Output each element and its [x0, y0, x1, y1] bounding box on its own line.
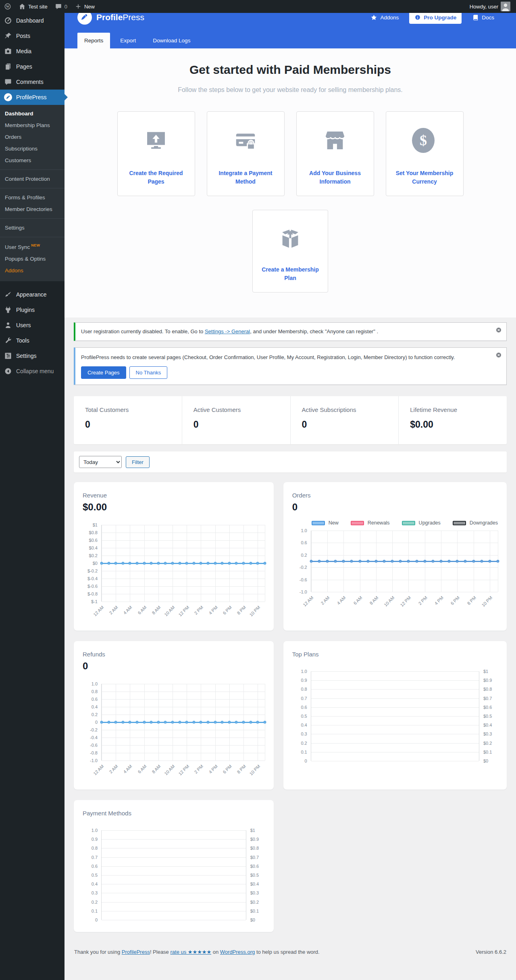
submenu-item-dashboard[interactable]: Dashboard — [0, 108, 64, 119]
data-point-marker — [358, 560, 361, 563]
sidebar-item-profilepress[interactable]: ProfilePress — [0, 90, 64, 105]
tab-reports[interactable]: Reports — [77, 33, 110, 48]
sidebar-item-label: Posts — [16, 33, 30, 39]
new-content-menu[interactable]: New — [75, 3, 95, 10]
legend-item-upgrades[interactable]: Upgrades — [402, 520, 441, 526]
legend-item-renewals[interactable]: Renewals — [351, 520, 390, 526]
y-tick-label: 0.6 — [92, 697, 98, 702]
stat-label: Active Subscriptions — [302, 406, 399, 413]
pro-upgrade-label: Pro Upgrade — [424, 15, 456, 21]
sidebar-item-users[interactable]: Users — [0, 318, 64, 333]
submenu-item-addons[interactable]: Addons — [0, 265, 64, 276]
profilepress-submenu: DashboardMembership PlansOrdersSubscript… — [0, 105, 64, 281]
tab-download-logs[interactable]: Download Logs — [146, 33, 197, 48]
sidebar-item-dashboard[interactable]: Dashboard — [0, 13, 64, 28]
submenu-item-membership-plans[interactable]: Membership Plans — [0, 119, 64, 131]
comments-shortcut[interactable]: 0 — [55, 3, 67, 10]
no-thanks-button[interactable]: No Thanks — [129, 366, 168, 379]
profilepress-footer-link[interactable]: ProfilePress — [122, 949, 150, 955]
data-point-marker — [192, 721, 195, 724]
setup-card-label: Add Your Business Information — [304, 169, 366, 186]
create-pages-button[interactable]: Create Pages — [81, 366, 126, 379]
dismiss-icon[interactable] — [495, 351, 502, 359]
setup-card-add-your-business-information[interactable]: Add Your Business Information — [296, 111, 374, 196]
submenu-item-member-directories[interactable]: Member Directories — [0, 203, 64, 215]
x-tick-label: 6 AM — [137, 605, 147, 615]
sidebar-item-label: Comments — [16, 79, 44, 85]
data-point-marker — [214, 721, 216, 724]
sidebar-item-media[interactable]: Media — [0, 44, 64, 59]
x-tick-label: 6 PM — [450, 595, 461, 606]
y-tick-label: 0.8 — [92, 689, 98, 694]
sidebar-item-comments[interactable]: Comments — [0, 74, 64, 90]
reports-area: User registration currently disabled. To… — [64, 318, 516, 963]
submenu-item-popups-optins[interactable]: Popups & Optins — [0, 253, 64, 265]
gridline-horizontal — [102, 866, 246, 867]
data-point-marker — [164, 721, 167, 724]
sidebar-item-plugins[interactable]: Plugins — [0, 302, 64, 318]
site-name-link[interactable]: Test site — [19, 3, 48, 10]
gridline-horizontal — [311, 734, 479, 734]
settings-general-link[interactable]: Settings -> General — [205, 328, 250, 334]
submenu-item-orders[interactable]: Orders — [0, 131, 64, 143]
setup-card-create-a-membership-plan[interactable]: Create a Membership Plan — [252, 210, 328, 293]
setup-card-integrate-a-payment-method[interactable]: Integrate a Payment Method — [207, 111, 285, 196]
gridline-horizontal — [102, 540, 265, 541]
submenu-item-forms-profiles[interactable]: Forms & Profiles — [0, 192, 64, 203]
footer-text-mid2: on — [211, 949, 220, 955]
dismiss-icon[interactable] — [495, 326, 502, 334]
account-menu[interactable]: Howdy, user — [470, 2, 510, 11]
gridline-horizontal — [311, 761, 479, 761]
filter-button[interactable]: Filter — [126, 456, 150, 468]
submenu-item-user-sync[interactable]: User SyncNEW — [0, 240, 64, 253]
tab-export[interactable]: Export — [113, 33, 143, 48]
legend-item-downgrades[interactable]: Downgrades — [453, 520, 498, 526]
legend-item-new[interactable]: New — [312, 520, 339, 526]
y-tick-label: 0.4 — [301, 723, 307, 727]
sidebar-item-settings[interactable]: Settings — [0, 348, 64, 364]
gridline-horizontal — [102, 753, 265, 753]
submenu-item-label: Customers — [5, 157, 31, 163]
new-label: New — [84, 4, 95, 10]
y-tick-label: $1 — [250, 828, 255, 833]
submenu-item-customers[interactable]: Customers — [0, 155, 64, 166]
refunds-chart-card: Refunds01.00.80.60.40.20-0.2-0.4-0.6-0.8… — [74, 641, 274, 790]
date-range-select[interactable]: Today — [79, 456, 122, 468]
y-tick-label: $-0.4 — [87, 576, 98, 581]
data-point-marker — [150, 721, 153, 724]
gridline-horizontal — [102, 699, 265, 700]
data-point-marker — [472, 560, 475, 563]
x-tick-label: 4 PM — [208, 764, 218, 775]
sidebar-item-posts[interactable]: Posts — [0, 28, 64, 44]
zero-value-line — [102, 722, 265, 723]
wordpress-logo-menu[interactable]: W — [4, 3, 11, 10]
submenu-item-subscriptions[interactable]: Subscriptions — [0, 143, 64, 155]
chart-header: Revenue$0.00 — [83, 492, 265, 513]
data-point-marker — [439, 560, 442, 563]
gridline-horizontal — [102, 586, 265, 587]
legend-label: New — [329, 520, 339, 526]
sidebar-item-label: Pages — [16, 63, 32, 70]
y-tick-label: $0.7 — [483, 696, 492, 701]
setup-card-set-your-membership-currency[interactable]: $Set Your Membership Currency — [386, 111, 464, 196]
plot-area — [311, 531, 498, 592]
data-point-marker — [192, 562, 195, 565]
gridline-horizontal — [102, 857, 246, 858]
submenu-item-label: Addons — [5, 267, 23, 274]
y-tick-label: $-0.8 — [87, 591, 98, 596]
rate-us-link[interactable]: rate us ★★★★★ — [170, 949, 211, 955]
docs-link[interactable]: Docs — [472, 14, 494, 21]
sidebar-item-tools[interactable]: Tools — [0, 333, 64, 348]
data-point-marker — [391, 560, 394, 563]
sidebar-item-collapse-menu[interactable]: Collapse menu — [0, 364, 64, 379]
x-tick-label: 6 PM — [222, 764, 233, 775]
submenu-item-settings[interactable]: Settings — [0, 222, 64, 234]
setup-card-create-the-required-pages[interactable]: Create the Required Pages — [117, 111, 195, 196]
x-tick-label: 6 PM — [222, 605, 233, 616]
submenu-item-content-protection[interactable]: Content Protection — [0, 173, 64, 185]
addons-link[interactable]: Addons — [370, 14, 399, 21]
sidebar-item-appearance[interactable]: Appearance — [0, 287, 64, 302]
wordpress-org-link[interactable]: WordPress.org — [220, 949, 255, 955]
sidebar-item-pages[interactable]: Pages — [0, 59, 64, 74]
data-point-marker — [121, 562, 124, 565]
